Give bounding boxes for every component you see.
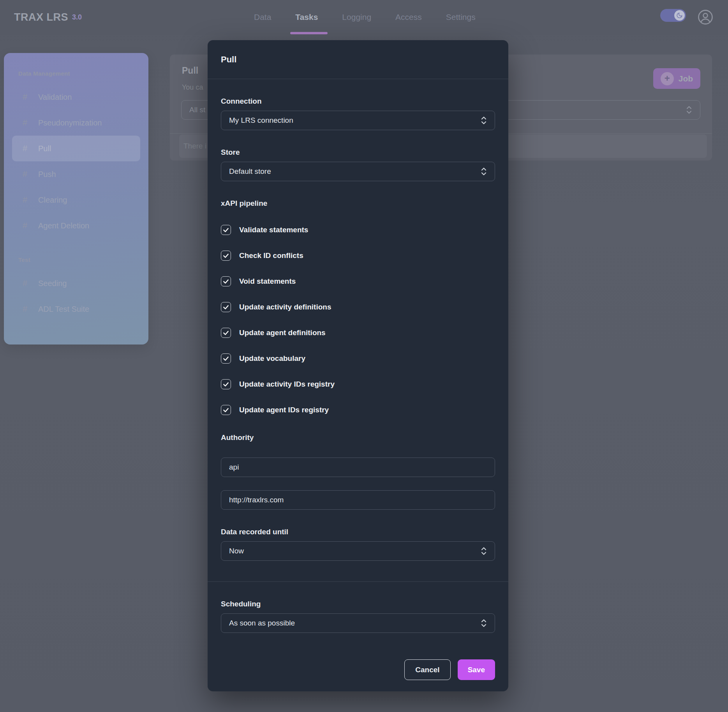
checkbox-label: Update activity definitions bbox=[239, 303, 331, 311]
tab-tasks[interactable]: Tasks bbox=[295, 12, 318, 22]
sidebar-item-push[interactable]: # Push bbox=[12, 161, 140, 187]
checkbox-update-vocabulary[interactable]: Update vocabulary bbox=[221, 353, 495, 364]
data-recorded-until-value: Now bbox=[229, 547, 244, 555]
pull-modal: Pull Connection My LRS connection Store … bbox=[208, 40, 508, 691]
tab-settings[interactable]: Settings bbox=[446, 12, 476, 22]
tab-access[interactable]: Access bbox=[395, 12, 422, 22]
checkbox-checked-icon[interactable] bbox=[221, 225, 231, 235]
moon-icon bbox=[676, 12, 683, 19]
sidebar-item-clearing[interactable]: # Clearing bbox=[12, 187, 140, 213]
checkbox-label: Update activity IDs registry bbox=[239, 380, 335, 389]
store-select[interactable]: Default store bbox=[221, 162, 495, 181]
checkbox-checked-icon[interactable] bbox=[221, 276, 231, 286]
chevron-up-down-icon bbox=[481, 115, 487, 125]
scheduling-select[interactable]: As soon as possible bbox=[221, 613, 495, 633]
status-filter-value: All st bbox=[189, 106, 205, 114]
plus-icon: + bbox=[661, 72, 674, 85]
pipeline-label: xAPI pipeline bbox=[221, 199, 495, 208]
app-name: TRAX LRS bbox=[14, 11, 68, 23]
scheduling-field: Scheduling As soon as possible bbox=[221, 600, 495, 633]
connection-label: Connection bbox=[221, 97, 495, 106]
connection-select[interactable]: My LRS connection bbox=[221, 111, 495, 130]
sidebar-item-label: Clearing bbox=[38, 196, 67, 205]
modal-footer: Cancel Save bbox=[221, 659, 495, 680]
modal-header: Pull bbox=[208, 40, 508, 79]
sidebar-item-label: Seeding bbox=[38, 279, 67, 288]
checkbox-checked-icon[interactable] bbox=[221, 405, 231, 415]
checkbox-label: Void statements bbox=[239, 277, 296, 286]
cancel-button[interactable]: Cancel bbox=[404, 659, 450, 680]
checkbox-update-activity-ids-registry[interactable]: Update activity IDs registry bbox=[221, 379, 495, 389]
job-button-label: Job bbox=[679, 74, 693, 83]
tab-logging[interactable]: Logging bbox=[342, 12, 371, 22]
toggle-thumb bbox=[674, 10, 685, 21]
dark-mode-toggle[interactable] bbox=[660, 9, 686, 22]
chevron-up-down-icon bbox=[481, 166, 487, 177]
app-page: TRAX LRS 3.0 Data Tasks Logging Access S… bbox=[0, 0, 728, 712]
sidebar-item-agent-deletion[interactable]: # Agent Deletion bbox=[12, 213, 140, 239]
sidebar-item-pull[interactable]: # Pull bbox=[12, 136, 140, 161]
sidebar-item-label: Push bbox=[38, 170, 56, 179]
sidebar-item-adl-test-suite[interactable]: # ADL Test Suite bbox=[12, 296, 140, 322]
checkbox-label: Update agent IDs registry bbox=[239, 406, 329, 414]
data-recorded-until-field: Data recorded until Now bbox=[221, 528, 495, 561]
modal-title: Pull bbox=[221, 55, 236, 65]
checkbox-checked-icon[interactable] bbox=[221, 251, 231, 261]
new-job-button[interactable]: + Job bbox=[653, 68, 700, 89]
sidebar-item-label: Pull bbox=[38, 144, 51, 153]
jobs-empty-text: There i bbox=[183, 142, 206, 150]
sidebar: Data Management # Validation # Pseudonym… bbox=[4, 53, 148, 345]
hash-icon: # bbox=[23, 278, 38, 288]
checkbox-validate-statements[interactable]: Validate statements bbox=[221, 225, 495, 235]
checkbox-check-id-conflicts[interactable]: Check ID conflicts bbox=[221, 251, 495, 261]
sidebar-item-label: ADL Test Suite bbox=[38, 305, 89, 314]
pipeline-section: xAPI pipeline Validate statements Check … bbox=[221, 199, 495, 415]
user-avatar-icon[interactable] bbox=[697, 9, 714, 25]
store-select-value: Default store bbox=[229, 167, 271, 176]
modal-section-divider bbox=[208, 581, 508, 582]
sidebar-section-data-management: Data Management bbox=[18, 69, 148, 78]
sidebar-item-pseudonymization[interactable]: # Pseudonymization bbox=[12, 110, 140, 136]
scheduling-value: As soon as possible bbox=[229, 619, 295, 627]
checkbox-checked-icon[interactable] bbox=[221, 302, 231, 312]
main-nav: Data Tasks Logging Access Settings bbox=[254, 0, 476, 34]
sidebar-section-test: Test bbox=[18, 256, 148, 264]
sidebar-item-label: Agent Deletion bbox=[38, 221, 89, 230]
modal-body: Connection My LRS connection Store Defau… bbox=[208, 97, 508, 680]
checkbox-update-activity-definitions[interactable]: Update activity definitions bbox=[221, 302, 495, 312]
authority-name-input[interactable] bbox=[221, 458, 495, 477]
chevron-up-down-icon bbox=[481, 546, 487, 556]
scheduling-label: Scheduling bbox=[221, 600, 495, 608]
authority-homepage-input[interactable] bbox=[221, 490, 495, 510]
pipeline-list: Validate statements Check ID conflicts V… bbox=[221, 225, 495, 415]
app-logo: TRAX LRS 3.0 bbox=[14, 0, 82, 34]
checkbox-update-agent-ids-registry[interactable]: Update agent IDs registry bbox=[221, 405, 495, 415]
data-recorded-until-select[interactable]: Now bbox=[221, 541, 495, 561]
hash-icon: # bbox=[23, 169, 38, 179]
save-button[interactable]: Save bbox=[458, 659, 495, 680]
checkbox-checked-icon[interactable] bbox=[221, 328, 231, 338]
authority-label: Authority bbox=[221, 433, 495, 442]
checkbox-label: Check ID conflicts bbox=[239, 251, 303, 260]
hash-icon: # bbox=[23, 118, 38, 128]
checkbox-checked-icon[interactable] bbox=[221, 353, 231, 364]
checkbox-label: Validate statements bbox=[239, 226, 308, 234]
checkbox-label: Update agent definitions bbox=[239, 329, 326, 337]
page-title: Pull bbox=[182, 65, 198, 76]
hash-icon: # bbox=[23, 195, 38, 205]
checkbox-update-agent-definitions[interactable]: Update agent definitions bbox=[221, 328, 495, 338]
store-field: Store Default store bbox=[221, 148, 495, 181]
sidebar-item-validation[interactable]: # Validation bbox=[12, 84, 140, 110]
connection-select-value: My LRS connection bbox=[229, 116, 293, 125]
tab-data[interactable]: Data bbox=[254, 12, 271, 22]
hash-icon: # bbox=[23, 92, 38, 102]
store-label: Store bbox=[221, 148, 495, 157]
checkbox-checked-icon[interactable] bbox=[221, 379, 231, 389]
checkbox-void-statements[interactable]: Void statements bbox=[221, 276, 495, 286]
sidebar-item-seeding[interactable]: # Seeding bbox=[12, 270, 140, 296]
sidebar-item-label: Pseudonymization bbox=[38, 118, 102, 127]
connection-field: Connection My LRS connection bbox=[221, 97, 495, 130]
hash-icon: # bbox=[23, 221, 38, 231]
chevron-up-down-icon bbox=[686, 105, 692, 115]
checkbox-label: Update vocabulary bbox=[239, 354, 305, 363]
